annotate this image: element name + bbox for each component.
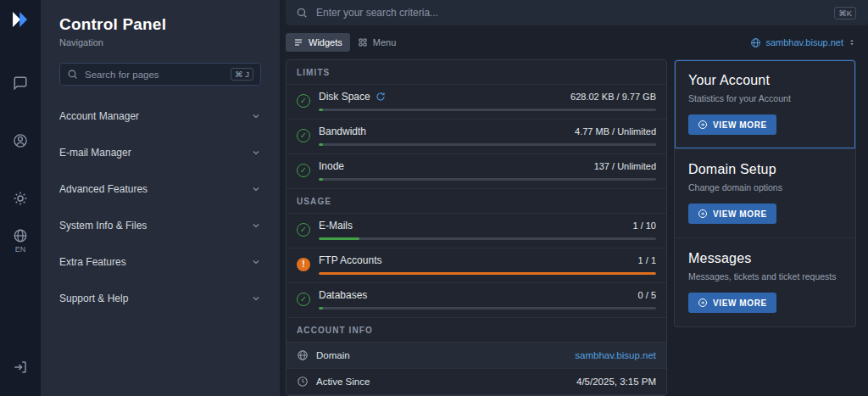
global-search-input[interactable] — [316, 7, 826, 19]
sidebar-item-label: E-mail Manager — [59, 147, 131, 159]
sidebar-item-advanced-features[interactable]: Advanced Features — [59, 170, 261, 207]
domain-link[interactable]: sambhav.bisup.net — [575, 350, 656, 360]
progress-track — [319, 178, 656, 181]
progress-fill — [319, 307, 323, 310]
usage-row-emails: ✓ E-Mails 1 / 10 — [287, 214, 666, 248]
progress-fill — [319, 143, 323, 146]
status-ok-icon: ✓ — [297, 223, 310, 237]
tab-label: Widgets — [309, 37, 342, 47]
section-header-limits: LIMITS — [287, 60, 666, 85]
sidebar-item-support-help[interactable]: Support & Help — [59, 280, 261, 316]
language-globe-icon[interactable]: EN — [0, 224, 41, 258]
arrow-circle-icon — [698, 298, 708, 308]
chevron-down-icon — [251, 111, 261, 121]
globe-icon — [297, 349, 309, 361]
view-more-button[interactable]: VIEW MORE — [688, 293, 776, 313]
row-value: 1 / 10 — [632, 220, 656, 231]
row-value: 137 / Unlimited — [594, 161, 656, 171]
row-label: FTP Accounts — [319, 254, 381, 266]
tab-label: Menu — [373, 37, 397, 47]
progress-track — [319, 237, 656, 240]
clock-icon — [297, 376, 309, 388]
section-header-usage: USAGE — [287, 189, 666, 214]
sidebar-item-system-info-files[interactable]: System Info & Files — [59, 207, 261, 243]
limit-row-bandwidth: ✓ Bandwidth 4.77 MB / Unlimited — [287, 120, 666, 154]
search-icon — [67, 69, 78, 80]
main-area: ⌘K Widgets Menu sambhav.bisup.net LIMITS — [280, 0, 868, 396]
row-main: E-Mails 1 / 10 — [319, 220, 656, 240]
refresh-icon[interactable] — [376, 92, 386, 102]
row-main: FTP Accounts 1 / 1 — [319, 254, 656, 275]
card-description: Change domain options — [688, 182, 842, 192]
section-header-account-info: ACCOUNT INFO — [287, 318, 666, 343]
progress-track — [319, 143, 656, 146]
quick-links-column: Your Account Statistics for your Account… — [674, 59, 856, 327]
view-more-button[interactable]: VIEW MORE — [688, 204, 776, 224]
global-search-bar[interactable]: ⌘K — [286, 0, 868, 25]
menu-grid-icon — [358, 37, 368, 47]
row-main: Inode 137 / Unlimited — [319, 160, 656, 181]
settings-gear-icon[interactable] — [0, 181, 41, 215]
sidebar-item-label: Support & Help — [59, 293, 128, 304]
card-description: Messages, tickets and ticket requests — [688, 271, 842, 282]
search-icon — [296, 7, 308, 19]
sidebar-search[interactable]: ⌘ J — [59, 63, 261, 86]
app-root: EN Control Panel Navigation ⌘ J Account … — [0, 0, 868, 396]
view-more-label: VIEW MORE — [713, 298, 767, 308]
messages-icon[interactable] — [0, 66, 41, 100]
sidebar-search-shortcut: ⌘ J — [231, 68, 253, 81]
sidebar-item-extra-features[interactable]: Extra Features — [59, 243, 261, 280]
messages-card: Messages Messages, tickets and ticket re… — [675, 238, 855, 326]
info-row-active-since: Active Since 4/5/2025, 3:15 PM — [287, 369, 666, 395]
row-label: Disk Space — [319, 91, 370, 103]
row-main: Disk Space 628.02 KB / 9.77 GB — [319, 91, 656, 111]
icon-rail: EN — [0, 0, 41, 396]
view-more-button[interactable]: VIEW MORE — [688, 114, 776, 135]
chevron-down-icon — [251, 220, 261, 231]
info-value: 4/5/2025, 3:15 PM — [576, 376, 656, 387]
sidebar-item-account-manager[interactable]: Account Manager — [59, 98, 261, 134]
progress-track — [319, 307, 656, 310]
row-main: Bandwidth 4.77 MB / Unlimited — [319, 125, 656, 146]
usage-row-ftp-accounts: ! FTP Accounts 1 / 1 — [287, 248, 666, 283]
progress-track — [319, 109, 656, 111]
status-ok-icon: ✓ — [297, 293, 310, 306]
card-title: Your Account — [688, 73, 842, 88]
status-ok-icon: ✓ — [297, 164, 310, 177]
chevron-down-icon — [251, 293, 261, 304]
sidebar-search-input[interactable] — [85, 70, 224, 80]
directadmin-logo-icon[interactable] — [9, 8, 31, 31]
progress-fill — [319, 237, 359, 240]
usage-row-databases: ✓ Databases 0 / 5 — [287, 283, 666, 318]
account-domain-label: sambhav.bisup.net — [765, 37, 843, 47]
account-icon[interactable] — [0, 124, 41, 158]
view-more-label: VIEW MORE — [713, 209, 767, 219]
row-label: E-Mails — [319, 220, 353, 231]
progress-fill — [319, 109, 323, 111]
info-row-domain: Domain sambhav.bisup.net — [287, 343, 666, 369]
progress-track — [319, 272, 656, 275]
tab-widgets[interactable]: Widgets — [286, 33, 350, 52]
sidebar-item-label: System Info & Files — [59, 220, 147, 231]
card-title: Domain Setup — [688, 162, 842, 177]
logout-icon[interactable] — [0, 350, 41, 384]
arrow-circle-icon — [698, 120, 708, 130]
account-domain-selector[interactable]: sambhav.bisup.net — [750, 37, 856, 48]
language-code: EN — [15, 245, 26, 254]
global-search-shortcut: ⌘K — [834, 7, 856, 20]
tab-menu[interactable]: Menu — [350, 33, 404, 52]
status-ok-icon: ✓ — [297, 94, 310, 108]
row-value: 628.02 KB / 9.77 GB — [570, 92, 656, 102]
sidebar-item-label: Advanced Features — [59, 183, 147, 195]
card-title: Messages — [688, 251, 842, 266]
limit-row-disk-space: ✓ Disk Space 628.02 KB / 9.77 GB — [287, 85, 666, 120]
row-label: Bandwidth — [319, 125, 366, 137]
limit-row-inode: ✓ Inode 137 / Unlimited — [287, 154, 666, 189]
sidebar-item-label: Account Manager — [59, 110, 139, 122]
row-label: Inode — [319, 160, 344, 172]
view-more-label: VIEW MORE — [713, 120, 767, 130]
sidebar-item-email-manager[interactable]: E-mail Manager — [59, 134, 261, 170]
widgets-icon — [293, 37, 303, 47]
page-title: Control Panel — [59, 15, 261, 34]
row-label: Databases — [319, 289, 367, 301]
